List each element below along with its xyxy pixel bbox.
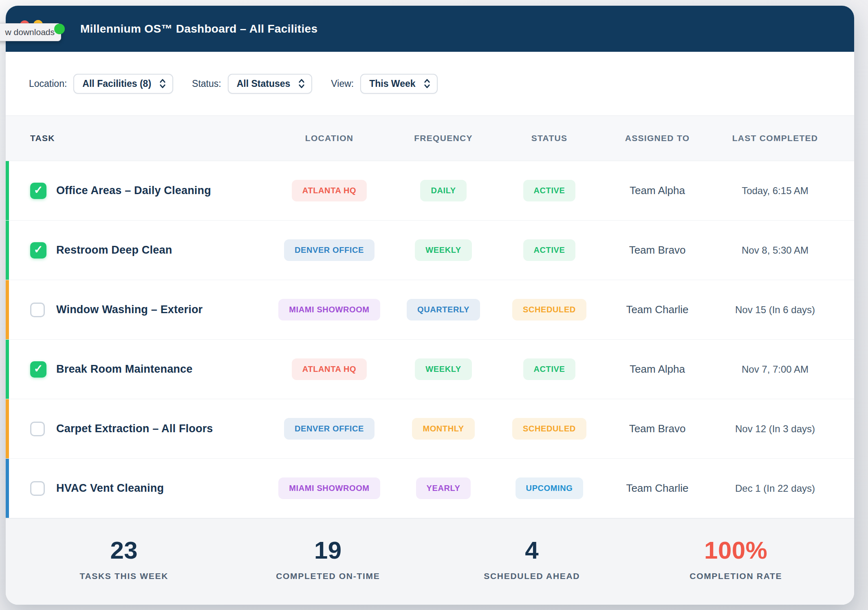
- status-cell: UPCOMING: [496, 477, 602, 499]
- last-completed: Nov 12 (In 3 days): [712, 423, 838, 435]
- stat-label: COMPLETION RATE: [634, 571, 838, 581]
- stat-card: 19 COMPLETED ON-TIME: [226, 536, 430, 581]
- assigned-to: Team Bravo: [602, 244, 712, 256]
- location-cell: DENVER OFFICE: [268, 418, 390, 440]
- assigned-to: Team Charlie: [602, 303, 712, 316]
- row-status-accent-strip: [6, 221, 9, 280]
- task-name: Break Room Maintenance: [56, 363, 268, 376]
- checkbox-cell: ✓: [30, 422, 56, 436]
- column-header[interactable]: ASSIGNED TO: [602, 133, 712, 143]
- frequency-badge: WEEKLY: [415, 239, 471, 261]
- filter-select[interactable]: All Facilities (8): [73, 74, 173, 94]
- task-checkbox[interactable]: ✓: [30, 481, 45, 496]
- desktop-background: { "window": { "title": "Millennium OS™ D…: [0, 0, 868, 610]
- location-cell: MIAMI SHOWROOM: [268, 477, 390, 499]
- check-icon: ✓: [34, 363, 43, 374]
- filter-select-value: This Week: [369, 78, 415, 89]
- check-icon: ✓: [34, 185, 43, 196]
- status-badge: SCHEDULED: [512, 418, 586, 440]
- table-row[interactable]: ✓ HVAC Vent Cleaning MIAMI SHOWROOM YEAR…: [6, 459, 854, 518]
- assigned-to: Team Alpha: [602, 184, 712, 197]
- window-title: Millennium OS™ Dashboard – All Facilitie…: [80, 22, 317, 35]
- status-badge: SCHEDULED: [512, 299, 586, 320]
- last-completed: Nov 7, 7:00 AM: [712, 364, 838, 375]
- checkbox-cell: ✓: [30, 303, 56, 317]
- task-checkbox[interactable]: ✓: [30, 303, 45, 317]
- frequency-badge: MONTHLY: [412, 418, 474, 440]
- column-header[interactable]: FREQUENCY: [390, 133, 496, 143]
- last-completed: Dec 1 (In 22 days): [712, 483, 838, 494]
- filter-group: Status: All Statuses: [192, 74, 312, 94]
- status-cell: SCHEDULED: [496, 299, 602, 320]
- frequency-cell: WEEKLY: [390, 239, 496, 261]
- task-name: Office Areas – Daily Cleaning: [56, 184, 268, 197]
- column-header[interactable]: LAST COMPLETED: [712, 133, 838, 143]
- table-row[interactable]: ✓ Carpet Extraction – All Floors DENVER …: [6, 399, 854, 459]
- task-name: Window Washing – Exterior: [56, 303, 268, 316]
- location-badge: DENVER OFFICE: [284, 239, 375, 261]
- chevron-up-down-icon: [298, 78, 305, 89]
- status-cell: ACTIVE: [496, 358, 602, 380]
- stat-label: TASKS THIS WEEK: [22, 571, 226, 581]
- table-row[interactable]: ✓ Window Washing – Exterior MIAMI SHOWRO…: [6, 280, 854, 340]
- filter-bar: Location: All Facilities (8) Status: All…: [6, 52, 854, 115]
- column-header[interactable]: LOCATION: [268, 133, 390, 143]
- stat-value: 100%: [634, 536, 838, 564]
- frequency-cell: WEEKLY: [390, 358, 496, 380]
- filter-select-value: All Statuses: [237, 78, 291, 89]
- location-cell: ATLANTA HQ: [268, 358, 390, 380]
- frequency-badge: YEARLY: [416, 477, 471, 499]
- stat-value: 19: [226, 536, 430, 564]
- task-checkbox[interactable]: ✓: [30, 361, 46, 378]
- filter-select[interactable]: All Statuses: [228, 74, 313, 94]
- location-badge: DENVER OFFICE: [284, 418, 375, 440]
- assigned-to: Team Alpha: [602, 363, 712, 376]
- column-header[interactable]: STATUS: [496, 133, 602, 143]
- table-header-row: TASK LOCATION FREQUENCY STATUS ASSIGNED …: [6, 115, 854, 161]
- frequency-cell: DAILY: [390, 180, 496, 201]
- app-window: Millennium OS™ Dashboard – All Facilitie…: [6, 6, 854, 605]
- frequency-cell: MONTHLY: [390, 418, 496, 440]
- status-badge: ACTIVE: [523, 358, 576, 380]
- filter-select-value: All Facilities (8): [82, 78, 151, 89]
- task-name: Restroom Deep Clean: [56, 244, 268, 256]
- status-cell: ACTIVE: [496, 180, 602, 201]
- assigned-to: Team Charlie: [602, 482, 712, 495]
- stat-value: 23: [22, 536, 226, 564]
- frequency-badge: QUARTERLY: [407, 299, 480, 320]
- task-name: Carpet Extraction – All Floors: [56, 422, 268, 435]
- chevron-up-down-icon: [159, 78, 166, 89]
- table-row[interactable]: ✓ Break Room Maintenance ATLANTA HQ WEEK…: [6, 340, 854, 399]
- location-badge: ATLANTA HQ: [292, 180, 367, 201]
- checkbox-cell: ✓: [30, 183, 56, 199]
- stat-card: 23 TASKS THIS WEEK: [22, 536, 226, 581]
- downloads-tooltip: w downloads: [0, 23, 61, 41]
- table-row[interactable]: ✓ Office Areas – Daily Cleaning ATLANTA …: [6, 161, 854, 221]
- status-cell: ACTIVE: [496, 239, 602, 261]
- task-checkbox[interactable]: ✓: [30, 422, 45, 436]
- filter-label: Status:: [192, 78, 221, 89]
- filter-label: Location:: [29, 78, 67, 89]
- frequency-badge: DAILY: [420, 180, 466, 201]
- location-badge: ATLANTA HQ: [292, 358, 367, 380]
- frequency-cell: QUARTERLY: [390, 299, 496, 320]
- location-badge: MIAMI SHOWROOM: [278, 299, 380, 320]
- table-row[interactable]: ✓ Restroom Deep Clean DENVER OFFICE WEEK…: [6, 221, 854, 280]
- assigned-to: Team Bravo: [602, 422, 712, 435]
- row-status-accent-strip: [6, 340, 9, 399]
- status-badge: ACTIVE: [523, 239, 576, 261]
- row-status-accent-strip: [6, 280, 9, 339]
- status-badge: UPCOMING: [516, 477, 584, 499]
- column-header[interactable]: TASK: [30, 133, 268, 143]
- location-badge: MIAMI SHOWROOM: [278, 477, 380, 499]
- stat-card: 100% COMPLETION RATE: [634, 536, 838, 581]
- zoom-button[interactable]: [54, 24, 65, 34]
- last-completed: Nov 8, 5:30 AM: [712, 245, 838, 256]
- filter-label: View:: [331, 78, 354, 89]
- filter-select[interactable]: This Week: [360, 74, 437, 94]
- task-checkbox[interactable]: ✓: [30, 242, 46, 259]
- frequency-badge: WEEKLY: [415, 358, 471, 380]
- location-cell: MIAMI SHOWROOM: [268, 299, 390, 320]
- task-checkbox[interactable]: ✓: [30, 183, 46, 199]
- location-cell: DENVER OFFICE: [268, 239, 390, 261]
